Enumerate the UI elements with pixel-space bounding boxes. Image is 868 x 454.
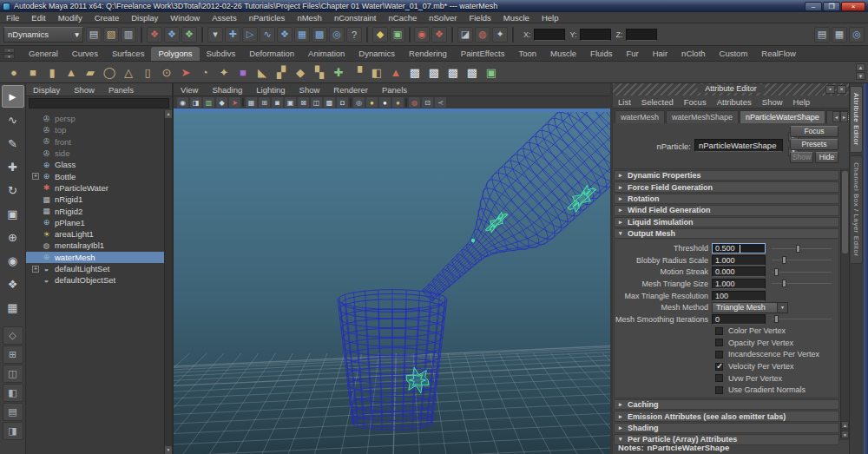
merge-icon[interactable]: ✚ [330, 63, 347, 81]
outliner-menu-item[interactable]: Show [67, 83, 102, 95]
outliner-scrollbar[interactable]: ▲ ▼ [164, 110, 172, 454]
max-triangle-resolution-field[interactable]: 100 [712, 291, 766, 301]
help-line-icon[interactable]: ? [346, 27, 362, 43]
shelf-tab[interactable]: Fluids [583, 47, 619, 61]
tab-scroll-left-icon[interactable]: ◂ [832, 111, 840, 122]
multisample-icon[interactable]: ◘ [337, 97, 348, 108]
scroll-down-arrow[interactable]: ▼ [165, 446, 172, 454]
single-pane-layout-icon[interactable]: ◇ [3, 326, 23, 345]
poly-cube-icon[interactable]: ■ [24, 63, 42, 81]
universal-manipulator-icon[interactable]: ⊕ [2, 226, 24, 248]
render-settings-icon[interactable]: ✦ [492, 27, 508, 43]
current-tool-icon[interactable]: ▦ [2, 296, 24, 319]
node-tab[interactable]: waterMesh [615, 110, 665, 123]
camera-select-icon[interactable]: ◉ [177, 97, 188, 108]
threshold-slider[interactable] [772, 245, 832, 253]
shelf-scroll-down[interactable]: ▼ [856, 72, 865, 80]
section-header[interactable]: Per Particle (Array) Attributes [614, 434, 839, 444]
attr-editor-menu-item[interactable]: Selected [636, 95, 679, 108]
plugin-shading-icon[interactable]: ≺ [435, 97, 446, 108]
save-scene-icon[interactable]: ▥ [121, 27, 136, 43]
menu-item[interactable]: Muscle [497, 12, 536, 23]
pin-icon[interactable]: ▪ [825, 85, 835, 94]
section-header[interactable]: Wind Field Generation [614, 205, 839, 215]
poly-cone-icon[interactable]: ▲ [62, 63, 80, 81]
ipr-render-icon[interactable]: ◍ [475, 27, 490, 43]
textured-mode-icon[interactable]: ◙ [272, 97, 283, 108]
shaded-mode-icon[interactable]: ⊞ [259, 97, 270, 108]
outliner-item[interactable]: + ◒ defaultLightSet [26, 263, 172, 274]
poly-pipe-icon[interactable]: ▯ [139, 63, 156, 81]
poly-cylinder-icon[interactable]: ▮ [43, 63, 61, 81]
snap-point-icon[interactable]: ◎ [329, 27, 345, 43]
select-tool-icon[interactable]: ► [2, 85, 24, 108]
new-scene-icon[interactable]: ▤ [86, 27, 102, 43]
tab-scroll-right-icon[interactable]: ▸ [840, 111, 848, 122]
isolate-select-icon[interactable]: ◎ [353, 97, 365, 108]
no-lights-icon[interactable]: ● [379, 97, 391, 108]
attr-editor-menu-item[interactable]: Help [788, 95, 816, 108]
checkbox[interactable] [715, 386, 723, 394]
blobby-radius-field[interactable]: 1.000 [712, 255, 766, 266]
focus-button[interactable]: Focus [790, 126, 838, 137]
menu-item[interactable]: Assets [206, 12, 243, 23]
shelf-tab[interactable]: General [22, 47, 65, 61]
shelf-tab[interactable]: Hair [646, 47, 674, 61]
outliner-item[interactable]: ◒ defaultObjectSet [26, 274, 172, 286]
poly-sculpt-icon[interactable]: ◔ [196, 63, 214, 81]
poly-prism-icon[interactable]: △ [120, 63, 137, 81]
poly-text-icon[interactable]: ✦ [215, 63, 233, 81]
extrude-icon[interactable]: ◧ [368, 63, 385, 81]
viewport-menu-item[interactable]: Panels [375, 83, 414, 95]
menu-item[interactable]: nMesh [291, 12, 328, 23]
menu-set-selector[interactable]: nDynamics ▾ [3, 27, 83, 43]
xray-joints-icon[interactable]: ⊡ [422, 97, 433, 108]
outliner-item[interactable]: ⊕ pPlane1 [26, 217, 172, 228]
motion-blur-icon[interactable]: ▩ [324, 97, 335, 108]
close-icon[interactable]: × [837, 85, 846, 94]
shelf-tab[interactable]: Surfaces [105, 47, 152, 61]
gate-mask-icon[interactable]: ➤ [229, 97, 240, 108]
viewport-3d-scene[interactable] [174, 112, 610, 454]
sidebar-vertical-tab[interactable]: Attribute Editor [851, 86, 863, 153]
show-manipulator-icon[interactable]: ❖ [2, 273, 24, 295]
default-material-icon[interactable]: ● [366, 97, 378, 108]
section-header[interactable]: Force Field Generation [614, 181, 839, 192]
outliner-item[interactable]: ✇ persp [26, 113, 172, 124]
shelf-tab[interactable]: nCloth [674, 47, 712, 61]
poly-plane-icon[interactable]: ▰ [82, 63, 99, 81]
highlight-selection-icon[interactable]: ◉ [414, 27, 430, 43]
motion-streak-field[interactable]: 0.000 [712, 266, 766, 277]
outliner-item[interactable]: ✱ nParticleWater [26, 182, 172, 194]
select-object-icon[interactable]: ❖ [164, 27, 180, 43]
motion-streak-slider[interactable] [772, 268, 832, 276]
outliner-item[interactable]: ☀ areaLight1 [26, 228, 172, 240]
viewport-menu-item[interactable]: Shading [205, 83, 249, 95]
poly-torus-icon[interactable]: ◯ [101, 63, 118, 81]
sidebar-attreditor-icon[interactable]: ◎ [849, 27, 865, 43]
shelf-tab[interactable]: Muscle [543, 47, 583, 61]
menu-item[interactable]: Edit [25, 12, 51, 23]
snap-rotate-icon[interactable]: ▷ [242, 27, 258, 43]
camera-attributes-icon[interactable]: ◨ [190, 97, 201, 108]
checkbox[interactable] [715, 351, 723, 359]
outliner-item[interactable]: ⊕ waterMesh [26, 252, 172, 263]
screen-ao-icon[interactable]: ◫ [311, 97, 322, 108]
hide-button[interactable]: Hide [815, 152, 838, 163]
mesh-smoothing-slider[interactable] [772, 315, 832, 323]
poly-sphere-icon[interactable]: ● [5, 63, 23, 81]
lock-selection-icon[interactable]: ◆ [372, 27, 388, 43]
resolution-gate-icon[interactable]: ◆ [216, 97, 227, 108]
menu-item[interactable]: nConstraint [328, 12, 383, 23]
rotate-tool-icon[interactable]: ↻ [2, 179, 24, 201]
shelf-tab[interactable]: Fur [619, 47, 645, 61]
persp-graph-layout-icon[interactable]: ◧ [3, 384, 23, 402]
menu-item[interactable]: Window [164, 12, 206, 23]
uv-spherical-icon[interactable]: ▩ [444, 63, 462, 81]
bevel-icon[interactable]: ▲ [387, 63, 404, 81]
outliner-menu-item[interactable]: Display [26, 83, 67, 95]
select-component-icon[interactable]: ❖ [181, 27, 197, 43]
separate-icon[interactable]: ▞ [273, 63, 290, 81]
checkbox[interactable] [715, 327, 723, 335]
checkbox[interactable] [715, 363, 723, 371]
